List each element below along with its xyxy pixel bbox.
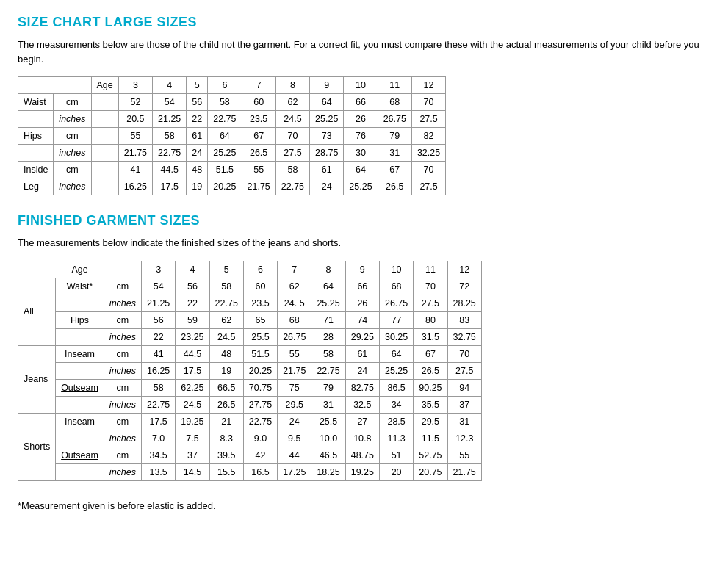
s-outseam-cm-11: 52.75: [414, 447, 447, 463]
s-outseam-cm-10: 51: [379, 447, 413, 463]
f-waist-in-8: 25.25: [311, 295, 345, 311]
j-outseam-cm-6: 70.75: [243, 379, 277, 396]
hips-in-6: 25.25: [208, 145, 242, 162]
f-waist-cm-9: 66: [345, 278, 379, 295]
s-outseam-cm-6: 42: [243, 447, 277, 463]
f-age-8: 8: [311, 261, 345, 278]
hips-cm-9: 73: [310, 128, 344, 145]
leg-in-11: 26.5: [378, 178, 411, 195]
j-outseam-cm-9: 82.75: [345, 379, 379, 396]
table-row: inches 7.0 7.5 8.3 9.0 9.5 10.0 10.8 11.…: [18, 430, 482, 447]
s-outseam-in-12: 21.75: [447, 463, 481, 480]
finished-header-row: Age 3 4 5 6 7 8 9 10 11 12: [18, 261, 482, 278]
s-outseam-cm-4: 37: [176, 447, 209, 463]
leg-in-5: 19: [187, 178, 208, 195]
shorts-label: Shorts: [18, 413, 56, 480]
f-age-4: 4: [176, 261, 209, 278]
s-inseam-empty: [56, 430, 104, 447]
waist-in-8: 24.5: [275, 111, 309, 128]
f-hips-cm-9: 74: [345, 311, 379, 328]
j-inseam-label: Inseam: [56, 345, 104, 362]
f-age-3: 3: [142, 261, 176, 278]
hips-cm-6: 64: [208, 128, 242, 145]
f-age-11: 11: [414, 261, 447, 278]
j-outseam-cm-3: 58: [142, 379, 176, 396]
leg-in-8: 22.75: [275, 178, 309, 195]
leg-unit-inches: inches: [54, 178, 91, 195]
inside-cm-6: 51.5: [208, 162, 242, 178]
f-waist-in-11: 27.5: [414, 295, 447, 311]
table-row: inches 22 23.25 24.5 25.5 26.75 28 29.25…: [18, 328, 482, 345]
waist-unit-inches: inches: [54, 111, 91, 128]
hips-cm-12: 82: [411, 128, 445, 145]
j-outseam-cm-7: 75: [278, 379, 311, 396]
waist-unit-cm: cm: [54, 94, 91, 111]
s-outseam-in-4: 14.5: [176, 463, 209, 480]
age-5: 5: [187, 77, 208, 94]
f-age-5: 5: [209, 261, 243, 278]
leg-in-12: 27.5: [411, 178, 445, 195]
leg-in-10: 25.25: [344, 178, 378, 195]
f-waist-in-4: 22: [176, 295, 209, 311]
j-inseam-empty: [56, 362, 104, 379]
f-hips-in-label: inches: [104, 328, 141, 345]
s-outseam-empty: [56, 463, 104, 480]
f-waist-cm-5: 58: [209, 278, 243, 295]
waist-cm-9: 64: [310, 94, 344, 111]
finished-table: Age 3 4 5 6 7 8 9 10 11 12 All Waist* cm…: [18, 261, 482, 481]
j-outseam-empty: [56, 396, 104, 413]
f-hips-cm-4: 59: [176, 311, 209, 328]
f-waist-cm-11: 70: [414, 278, 447, 295]
j-inseam-cm-12: 70: [447, 345, 481, 362]
hips-label: Hips: [18, 128, 54, 145]
f-waist-in-7: 24. 5: [278, 295, 311, 311]
table-row: Hips cm 55 58 61 64 67 70 73 76 79 82: [18, 128, 446, 145]
finished-title: FINISHED GARMENT SIZES: [18, 213, 710, 228]
f-age-12: 12: [447, 261, 481, 278]
hips-unit-inches: inches: [54, 145, 91, 162]
footnote: *Measurement given is before elastic is …: [18, 499, 710, 513]
f-hips-cm-3: 56: [142, 311, 176, 328]
j-inseam-in-12: 27.5: [447, 362, 481, 379]
f-waist-star-empty: [56, 295, 104, 311]
j-inseam-cm-11: 67: [414, 345, 447, 362]
inside-unit-cm: cm: [54, 162, 91, 178]
s-inseam-in-4: 7.5: [176, 430, 209, 447]
f-age-10: 10: [379, 261, 413, 278]
j-outseam-in-8: 31: [311, 396, 345, 413]
leg-in-6: 20.25: [208, 178, 242, 195]
waist-cm-8: 62: [275, 94, 309, 111]
j-inseam-in-10: 25.25: [379, 362, 413, 379]
f-waist-in-label: inches: [104, 295, 141, 311]
hips-in-3: 21.75: [118, 145, 152, 162]
hips-in-10: 30: [344, 145, 378, 162]
j-outseam-in-6: 27.75: [243, 396, 277, 413]
size-chart-title: SIZE CHART LARGE SIZES: [18, 15, 710, 30]
s-inseam-in-7: 9.5: [278, 430, 311, 447]
age-9: 9: [310, 77, 344, 94]
table-row: Leg inches 16.25 17.5 19 20.25 21.75 22.…: [18, 178, 446, 195]
f-waist-in-6: 23.5: [243, 295, 277, 311]
s-inseam-cm-12: 31: [447, 413, 481, 430]
f-waist-in-5: 22.75: [209, 295, 243, 311]
waist-in-7: 23.5: [242, 111, 275, 128]
age-11: 11: [378, 77, 411, 94]
hips-in-5: 24: [187, 145, 208, 162]
f-hips-cm-7: 68: [278, 311, 311, 328]
age-6: 6: [208, 77, 242, 94]
s-outseam-in-3: 13.5: [142, 463, 176, 480]
s-inseam-cm: cm: [104, 413, 141, 430]
waist-in-3: 20.5: [118, 111, 152, 128]
s-inseam-cm-3: 17.5: [142, 413, 176, 430]
table-row: inches 16.25 17.5 19 20.25 21.75 22.75 2…: [18, 362, 482, 379]
table-row: Jeans Inseam cm 41 44.5 48 51.5 55 58 61…: [18, 345, 482, 362]
age-8: 8: [275, 77, 309, 94]
f-waist-cm-10: 68: [379, 278, 413, 295]
j-outseam-cm-4: 62.25: [176, 379, 209, 396]
inside-cm-12: 70: [411, 162, 445, 178]
f-waist-in-12: 28.25: [447, 295, 481, 311]
hips-cm-4: 58: [153, 128, 187, 145]
s-inseam-cm-6: 22.75: [243, 413, 277, 430]
hips-cm-8: 70: [275, 128, 309, 145]
s-inseam-in-8: 10.0: [311, 430, 345, 447]
